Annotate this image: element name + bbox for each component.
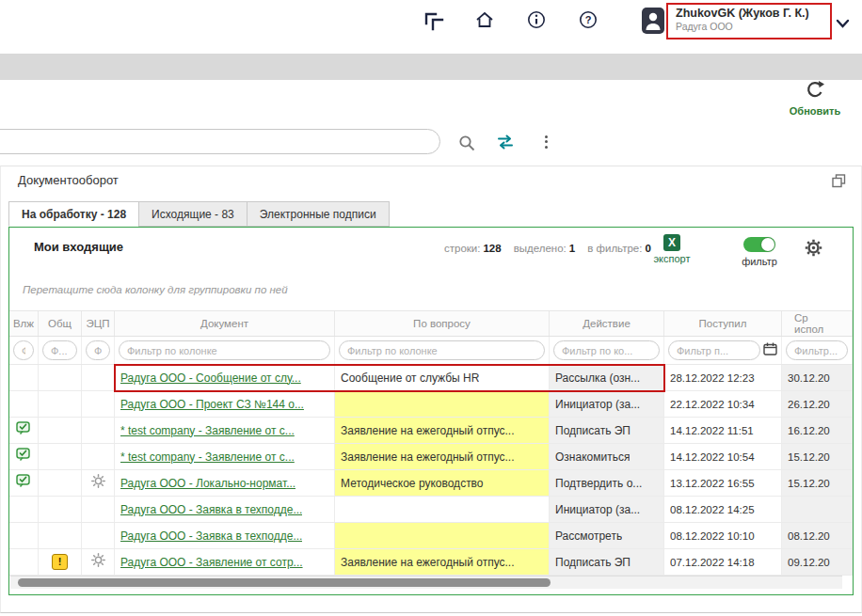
received-text: 28.12.2022 12:23 [670, 372, 755, 384]
kebab-menu-icon[interactable] [540, 133, 551, 150]
filter-action-input[interactable] [553, 340, 660, 360]
col-shared[interactable]: Общ [39, 311, 82, 336]
document-cell: Радуга ООО - Заявка в техподде... [115, 497, 335, 522]
col-attach[interactable]: Влж [9, 311, 39, 336]
due-cell: 15.12.20 [782, 444, 853, 469]
action-text: Подтвердить о... [555, 477, 642, 490]
table-row[interactable]: Радуга ООО - Локально-нормат... Методиче… [9, 470, 853, 497]
signature-status-icon [91, 553, 105, 571]
filter-subject-input[interactable] [339, 340, 545, 360]
filter-signature-input[interactable] [86, 340, 110, 360]
refresh-label: Обновить [779, 105, 851, 117]
action-text: Рассылка (озн... [555, 371, 640, 385]
chevron-down-icon[interactable] [836, 15, 850, 32]
document-link[interactable]: * test company - Заявление от с... [120, 450, 295, 464]
document-cell: Радуга ООО - Заявление от сотр... [115, 549, 335, 575]
attachment-cell [9, 365, 39, 390]
subject-cell: Методическое руководство [335, 470, 550, 496]
stat-rows-value: 128 [483, 243, 501, 254]
horizontal-scrollbar[interactable] [10, 576, 842, 589]
due-text: 15.12.20 [788, 451, 830, 463]
filter-shared-cell [39, 337, 82, 364]
received-text: 14.12.2022 11:51 [670, 425, 754, 436]
received-cell: 07.12.2022 14:18 [664, 549, 782, 575]
shared-cell: ! [39, 549, 82, 575]
filter-shared-input[interactable] [42, 340, 77, 360]
table-row[interactable]: * test company - Заявление от с... Заявл… [9, 418, 853, 444]
attachment-check-icon [16, 474, 32, 492]
signature-cell [82, 391, 115, 417]
table-row[interactable]: Радуга ООО - Проект СЗ №144 о... Инициат… [9, 391, 853, 418]
received-text: 08.12.2022 14:25 [670, 504, 755, 515]
document-link[interactable]: Радуга ООО - Заявка в техподде... [120, 503, 302, 516]
calendar-icon[interactable] [763, 342, 777, 359]
col-document[interactable]: Документ [115, 311, 335, 336]
horizontal-scrollbar-thumb[interactable] [18, 578, 551, 587]
col-due[interactable]: Ср испол [782, 311, 853, 336]
attachment-cell [9, 549, 39, 575]
due-cell: 08.12.20 [782, 523, 853, 548]
user-menu[interactable]: ZhukovGK (Жуков Г. К.) Радуга ООО [666, 3, 832, 39]
excel-export-icon[interactable]: X [663, 234, 680, 251]
home-icon[interactable] [474, 9, 495, 30]
user-avatar-icon[interactable] [642, 8, 664, 34]
gear-icon[interactable] [805, 239, 822, 261]
filter-toggle[interactable] [743, 237, 775, 252]
document-link[interactable]: Радуга ООО - Проект СЗ №144 о... [120, 398, 304, 411]
table-row[interactable]: Радуга ООО - Заявка в техподде... Рассмо… [9, 523, 853, 549]
subject-cell: Сообщение от службы HR [335, 365, 550, 390]
table-row[interactable]: * test company - Заявление от с... Заявл… [9, 444, 853, 470]
col-signature[interactable]: ЭЦП [82, 311, 115, 336]
table-header: Влж Общ ЭЦП Документ По вопросу Действие… [9, 310, 853, 337]
document-cell: Радуга ООО - Сообщение от слу... [115, 365, 335, 390]
col-action[interactable]: Действие [550, 311, 664, 336]
search-icon[interactable] [458, 134, 475, 155]
refresh-button[interactable]: Обновить [779, 80, 851, 117]
document-link[interactable]: Радуга ООО - Сообщение от слу... [120, 371, 301, 385]
col-due-line2: испол [794, 324, 823, 335]
svg-text:?: ? [585, 14, 592, 25]
refresh-icon[interactable] [805, 87, 825, 103]
toggle-knob [761, 238, 774, 251]
popout-window-icon[interactable] [832, 174, 846, 192]
tab-inbox[interactable]: На обработку - 128 [8, 201, 138, 227]
app-logo-icon[interactable] [422, 9, 446, 34]
due-cell: 30.12.20 [782, 365, 853, 390]
filter-attach-input[interactable] [13, 340, 34, 360]
shared-cell [39, 497, 82, 522]
search-input[interactable] [0, 129, 440, 154]
col-received[interactable]: Поступил [664, 311, 782, 336]
sync-arrows-icon[interactable] [496, 134, 515, 154]
document-cell: Радуга ООО - Проект СЗ №144 о... [115, 391, 335, 417]
shared-cell [39, 470, 82, 496]
document-link[interactable]: Радуга ООО - Заявка в техподде... [120, 529, 302, 543]
table-row[interactable]: ! Радуга ООО - Заявление от сотр... Заяв… [9, 549, 853, 576]
document-link[interactable]: Радуга ООО - Локально-нормат... [120, 477, 295, 490]
action-cell: Ознакомиться [550, 444, 664, 469]
documents-panel: Документооборот На обработку - 128 Исход… [0, 166, 862, 613]
tab-signatures[interactable]: Электронные подписи [247, 201, 390, 227]
help-icon[interactable]: ? [578, 9, 599, 30]
document-link[interactable]: Радуга ООО - Заявление от сотр... [120, 556, 303, 569]
table-row[interactable]: Радуга ООО - Сообщение от слу... Сообщен… [9, 365, 853, 391]
document-link[interactable]: * test company - Заявление от с... [120, 424, 295, 437]
stat-selected: выделено:1 [514, 243, 576, 254]
documents-table: Влж Общ ЭЦП Документ По вопросу Действие… [9, 310, 853, 576]
col-subject[interactable]: По вопросу [335, 311, 550, 336]
signature-cell [82, 549, 115, 575]
received-cell: 13.12.2022 16:55 [664, 470, 782, 496]
filter-document-input[interactable] [119, 340, 330, 360]
subject-cell: Заявление на ежегодный отпус... [335, 444, 550, 469]
attachment-cell [9, 444, 39, 469]
info-icon[interactable] [526, 9, 547, 30]
filter-due-input[interactable] [786, 340, 848, 360]
panel-title: Документооборот [18, 173, 119, 187]
received-cell: 14.12.2022 11:51 [664, 418, 782, 443]
stat-selected-label: выделено: [514, 243, 567, 254]
user-name: ZhukovGK (Жуков Г. К.) [676, 7, 822, 20]
document-cell: * test company - Заявление от с... [115, 418, 335, 443]
export-button[interactable]: X экспорт [647, 234, 696, 264]
tab-outgoing[interactable]: Исходящие - 83 [138, 201, 247, 227]
filter-received-input[interactable] [668, 340, 760, 360]
table-row[interactable]: Радуга ООО - Заявка в техподде... Инициа… [9, 497, 853, 523]
